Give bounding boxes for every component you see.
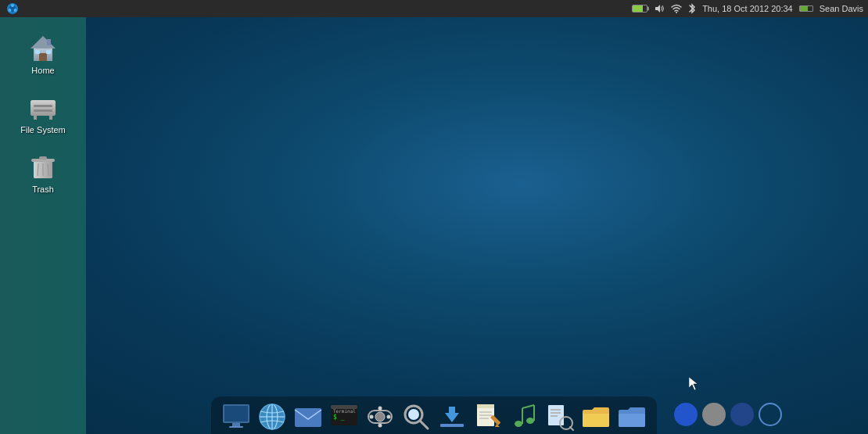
svg-rect-23 bbox=[39, 156, 47, 160]
menubar-logo[interactable] bbox=[5, 1, 20, 16]
svg-rect-28 bbox=[224, 406, 248, 421]
svg-point-48 bbox=[408, 409, 419, 420]
trash-icon-item[interactable]: Trash bbox=[0, 144, 86, 200]
workspace-switcher bbox=[674, 403, 782, 426]
home-icon-item[interactable]: Home bbox=[0, 25, 86, 81]
svg-rect-19 bbox=[49, 116, 52, 120]
volume-icon[interactable] bbox=[654, 4, 665, 13]
trash-icon bbox=[27, 150, 59, 181]
svg-marker-71 bbox=[689, 377, 698, 390]
svg-point-61 bbox=[526, 418, 534, 424]
svg-rect-12 bbox=[35, 50, 40, 54]
trash-label: Trash bbox=[32, 185, 54, 194]
dock-screen-item[interactable] bbox=[219, 400, 253, 434]
svg-text:$ _: $ _ bbox=[333, 414, 345, 421]
wifi-icon[interactable] bbox=[671, 4, 682, 13]
menubar-right: Thu, 18 Oct 2012 20:34 Sean Davis bbox=[632, 3, 863, 14]
svg-point-43 bbox=[370, 415, 374, 419]
dock-terminal-item[interactable]: $ _ Terminal bbox=[327, 400, 361, 434]
battery-icon bbox=[632, 5, 647, 13]
svg-rect-15 bbox=[30, 100, 56, 116]
home-label: Home bbox=[31, 66, 54, 75]
desktop-icons: Home bbox=[0, 17, 86, 434]
workspace-3-button[interactable] bbox=[730, 403, 754, 426]
mouse-cursor bbox=[689, 377, 698, 391]
dock-search-item[interactable] bbox=[399, 400, 433, 434]
svg-rect-54 bbox=[477, 404, 494, 408]
workspace-1-button[interactable] bbox=[674, 403, 698, 426]
dock: $ _ Terminal bbox=[211, 396, 657, 434]
dock-filesearch-item[interactable] bbox=[543, 400, 577, 434]
svg-rect-30 bbox=[229, 426, 243, 428]
menubar: Thu, 18 Oct 2012 20:34 Sean Davis bbox=[0, 0, 868, 17]
battery-progress bbox=[799, 5, 813, 12]
dock-music-item[interactable] bbox=[507, 400, 541, 434]
svg-rect-11 bbox=[39, 53, 47, 61]
svg-point-4 bbox=[9, 9, 12, 12]
svg-rect-13 bbox=[46, 50, 51, 54]
svg-rect-52 bbox=[449, 407, 455, 416]
svg-marker-9 bbox=[30, 36, 56, 48]
home-icon bbox=[27, 31, 59, 63]
svg-point-44 bbox=[378, 407, 382, 411]
svg-point-2 bbox=[11, 4, 14, 7]
svg-line-70 bbox=[570, 427, 573, 430]
svg-rect-65 bbox=[548, 405, 564, 425]
filesystem-label: File System bbox=[20, 125, 65, 135]
svg-point-41 bbox=[375, 412, 385, 421]
svg-rect-17 bbox=[34, 109, 52, 112]
svg-rect-29 bbox=[232, 423, 240, 426]
svg-rect-10 bbox=[47, 39, 51, 45]
svg-line-64 bbox=[522, 405, 534, 408]
svg-marker-5 bbox=[655, 5, 660, 13]
filesystem-icon-item[interactable]: File System bbox=[0, 84, 86, 141]
svg-rect-36 bbox=[295, 408, 321, 427]
dock-texteditor-item[interactable] bbox=[471, 400, 505, 434]
svg-point-60 bbox=[515, 421, 522, 427]
workspace-2-button[interactable] bbox=[702, 403, 726, 426]
svg-point-3 bbox=[14, 9, 17, 12]
bluetooth-icon[interactable] bbox=[688, 3, 696, 14]
dock-email-item[interactable] bbox=[291, 400, 325, 434]
workspace-4-button[interactable] bbox=[759, 403, 782, 426]
svg-point-6 bbox=[676, 12, 677, 13]
desktop: Home bbox=[0, 17, 868, 434]
svg-rect-50 bbox=[440, 424, 464, 427]
dock-folder1-item[interactable] bbox=[579, 400, 613, 434]
svg-rect-16 bbox=[34, 105, 52, 107]
menubar-left bbox=[5, 1, 20, 16]
datetime: Thu, 18 Oct 2012 20:34 bbox=[702, 4, 793, 13]
svg-rect-18 bbox=[34, 116, 37, 120]
svg-text:Terminal: Terminal bbox=[333, 408, 356, 414]
username: Sean Davis bbox=[820, 4, 863, 13]
svg-line-49 bbox=[420, 421, 428, 429]
svg-point-45 bbox=[387, 415, 391, 419]
dock-downloader-item[interactable] bbox=[435, 400, 469, 434]
dock-settings-item[interactable] bbox=[363, 400, 397, 434]
dock-folder2-item[interactable] bbox=[615, 400, 649, 434]
filesystem-icon bbox=[27, 91, 59, 122]
svg-point-46 bbox=[378, 424, 382, 428]
dock-browser-item[interactable] bbox=[255, 400, 289, 434]
